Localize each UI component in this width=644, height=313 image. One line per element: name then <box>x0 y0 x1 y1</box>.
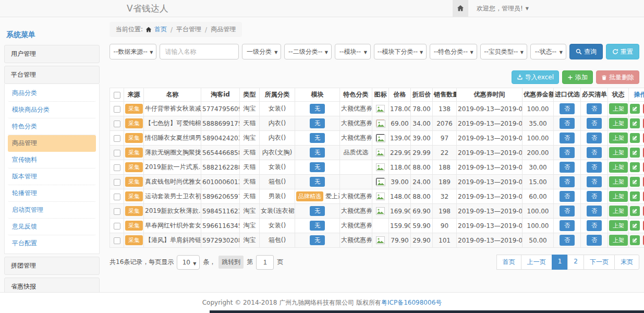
must-buy-toggle[interactable]: 否 <box>587 235 602 246</box>
row-checkbox[interactable] <box>114 135 120 142</box>
filter-select[interactable]: --状态-- ▼ <box>530 44 566 59</box>
status-button[interactable]: 上架 <box>609 176 628 187</box>
import-select-toggle[interactable]: 否 <box>560 133 575 143</box>
must-buy-toggle[interactable]: 否 <box>587 162 602 173</box>
row-checkbox[interactable] <box>114 223 120 230</box>
module-none-badge[interactable]: 无 <box>310 118 325 128</box>
edit-button[interactable] <box>630 177 640 187</box>
must-buy-toggle[interactable]: 否 <box>587 118 602 129</box>
breadcrumb-home-link[interactable]: 首页 <box>154 25 167 34</box>
taoke-id: 589042420344 <box>201 131 240 146</box>
module-none-badge[interactable]: 无 <box>310 104 325 114</box>
status-button[interactable]: 上架 <box>609 235 628 246</box>
edit-button[interactable] <box>630 162 640 172</box>
status-button[interactable]: 上架 <box>609 191 628 202</box>
row-checkbox[interactable] <box>114 208 120 215</box>
name-search-input[interactable] <box>160 44 239 59</box>
must-buy-toggle[interactable]: 否 <box>587 220 602 231</box>
import-select-toggle[interactable]: 否 <box>560 176 575 187</box>
import-select-toggle[interactable]: 否 <box>560 220 575 231</box>
filter-select[interactable]: --模块-- ▼ <box>335 44 371 59</box>
edit-button[interactable] <box>630 191 640 201</box>
row-checkbox[interactable] <box>114 194 120 200</box>
sidebar-subitem[interactable]: 宣传物料 <box>8 152 96 168</box>
filter-select[interactable]: --二级分类-- ▼ <box>284 44 331 59</box>
home-button[interactable] <box>453 0 468 17</box>
module-none-badge[interactable]: 无 <box>310 235 325 245</box>
sidebar-subitem[interactable]: 商品分类 <box>8 85 96 102</box>
module-none-badge[interactable]: 无 <box>310 177 325 187</box>
row-checkbox[interactable] <box>114 164 120 171</box>
import-select-toggle[interactable]: 否 <box>560 118 575 129</box>
module-none-badge[interactable]: 无 <box>310 162 325 172</box>
sidebar-item-user-management[interactable]: 用户管理 <box>4 45 100 63</box>
sidebar-subitem[interactable]: 平台配置 <box>8 235 96 251</box>
module-none-badge[interactable]: 无 <box>310 148 325 158</box>
edit-button[interactable] <box>630 221 640 231</box>
edit-button[interactable] <box>630 133 640 143</box>
batch-delete-button[interactable]: 批量删除 <box>596 70 639 84</box>
must-buy-toggle[interactable]: 否 <box>587 176 602 187</box>
filter-select[interactable]: --特色分类-- ▼ <box>430 44 477 59</box>
import-select-toggle[interactable]: 否 <box>560 206 575 216</box>
must-buy-toggle[interactable]: 否 <box>587 103 602 114</box>
sidebar-subitem[interactable]: 启动页管理 <box>8 202 96 219</box>
sidebar-subitem[interactable]: 特色分类 <box>8 118 96 135</box>
per-page-select[interactable]: 10 ▼ <box>177 255 200 270</box>
must-buy-toggle[interactable]: 否 <box>587 133 602 143</box>
sidebar-subitem[interactable]: 版本管理 <box>8 168 96 185</box>
filter-select[interactable]: 一级分类 ▼ <box>242 44 281 59</box>
data-source-select[interactable]: --数据来源-- ▼ <box>110 44 156 59</box>
status-button[interactable]: 上架 <box>609 147 628 158</box>
module-none-badge[interactable]: 无 <box>310 221 325 231</box>
filter-select[interactable]: --宝贝类型-- ▼ <box>480 44 527 59</box>
icp-link[interactable]: 粤ICP备16098006号 <box>381 298 442 307</box>
import-select-toggle[interactable]: 否 <box>560 103 575 114</box>
edit-button[interactable] <box>630 235 640 245</box>
sidebar-subitem[interactable]: 轮播管理 <box>8 185 96 202</box>
status-button[interactable]: 上架 <box>609 206 628 216</box>
row-checkbox[interactable] <box>114 237 120 244</box>
status-button[interactable]: 上架 <box>609 133 628 143</box>
must-buy-toggle[interactable]: 否 <box>587 191 602 202</box>
page-button[interactable]: 下一页 <box>584 255 615 270</box>
sidebar-subitem[interactable]: 商品管理 <box>8 135 96 152</box>
page-jump-input[interactable] <box>256 255 274 270</box>
sidebar-subitem[interactable]: 意见反馈 <box>8 219 96 235</box>
row-checkbox[interactable] <box>114 106 120 113</box>
must-buy-toggle[interactable]: 否 <box>587 206 602 216</box>
import-select-toggle[interactable]: 否 <box>560 191 575 202</box>
page-button[interactable]: 1 <box>552 255 568 270</box>
import-select-toggle[interactable]: 否 <box>560 162 575 173</box>
reset-button[interactable]: 重置 <box>606 44 639 59</box>
row-checkbox[interactable] <box>114 179 120 186</box>
status-button[interactable]: 上架 <box>609 103 628 114</box>
sidebar-item[interactable]: 拼团管理 <box>4 257 100 275</box>
edit-button[interactable] <box>630 148 640 158</box>
search-button[interactable]: 查询 <box>569 44 603 59</box>
must-buy-toggle[interactable]: 否 <box>587 147 602 158</box>
module-none-badge[interactable]: 无 <box>310 206 325 216</box>
import-select-toggle[interactable]: 否 <box>560 235 575 246</box>
sidebar-subitem[interactable]: 模块商品分类 <box>8 102 96 118</box>
sidebar-item-platform-management[interactable]: 平台管理 <box>4 66 100 84</box>
import-select-toggle[interactable]: 否 <box>560 147 575 158</box>
page-button[interactable]: 末页 <box>614 255 639 270</box>
select-all-checkbox[interactable] <box>114 92 120 99</box>
status-button[interactable]: 上架 <box>609 220 628 231</box>
status-button[interactable]: 上架 <box>609 162 628 173</box>
edit-button[interactable] <box>630 104 640 114</box>
page-button[interactable]: 2 <box>567 255 584 270</box>
page-button[interactable]: 首页 <box>496 255 521 270</box>
add-button[interactable]: 添加 <box>562 70 593 84</box>
row-checkbox[interactable] <box>114 121 120 127</box>
edit-button[interactable] <box>630 206 640 216</box>
row-checkbox[interactable] <box>114 150 120 156</box>
page-button[interactable]: 上一页 <box>521 255 552 270</box>
status-button[interactable]: 上架 <box>609 118 628 129</box>
user-menu[interactable]: 欢迎您，管理员! ▼ <box>468 0 644 17</box>
import-excel-button[interactable]: 导入excel <box>512 70 559 84</box>
edit-button[interactable] <box>630 118 640 128</box>
module-none-badge[interactable]: 无 <box>310 133 325 143</box>
filter-select[interactable]: --模块下分类-- ▼ <box>374 44 427 59</box>
